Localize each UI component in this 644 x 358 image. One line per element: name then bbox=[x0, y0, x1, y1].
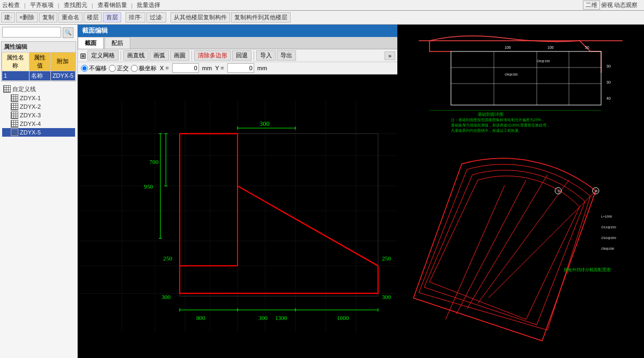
first-floor-button[interactable]: 首层 bbox=[103, 12, 121, 23]
property-title: 属性编辑 bbox=[2, 42, 76, 52]
svg-text:凡基础系列均在图纸中，按减运工程执量。: 凡基础系列均在图纸中，按减运工程执量。 bbox=[451, 129, 522, 133]
toolbar-divider3: | bbox=[92, 2, 93, 9]
filter-button[interactable]: 过滤· bbox=[146, 12, 166, 23]
grid-icon: ⊞ bbox=[80, 51, 86, 60]
svg-text:注：基础剖面图按照国家图集标准绘制允许偏差为25%，: 注：基础剖面图按照国家图集标准绘制允许偏差为25%， bbox=[451, 118, 545, 122]
tree-label-4: ZDYX-4 bbox=[20, 121, 41, 127]
delete-button[interactable]: ×删除 bbox=[16, 12, 38, 23]
divider-3 bbox=[254, 51, 254, 61]
search-input[interactable] bbox=[2, 27, 61, 38]
svg-text:底板外挡排分截面配置图: 底板外挡排分截面配置图 bbox=[564, 267, 611, 272]
tree-label-5: ZDYX-5 bbox=[20, 129, 41, 136]
prop-col-extra: 附加 bbox=[50, 52, 75, 71]
tree-icon-4 bbox=[11, 120, 18, 128]
tree-item-5[interactable]: ZDYX-5 bbox=[2, 128, 75, 137]
y-input[interactable] bbox=[227, 63, 254, 73]
tab-rebar[interactable]: 配筋 bbox=[105, 37, 130, 49]
toolbar-2d[interactable]: 二维 bbox=[583, 1, 600, 10]
tree-label-3: ZDYX-3 bbox=[20, 112, 41, 118]
toolbar-batch-select[interactable]: 批量选择 bbox=[137, 1, 160, 9]
svg-text:300: 300 bbox=[258, 315, 268, 321]
import-button[interactable]: 导入 bbox=[256, 50, 276, 61]
svg-text:300: 300 bbox=[382, 294, 391, 300]
prop-col-name: 属性名称 bbox=[2, 52, 29, 71]
toolbar-find-elem[interactable]: 查找图元 bbox=[64, 1, 87, 9]
tree-label-1: ZDYX-1 bbox=[20, 95, 41, 101]
define-grid-button[interactable]: 定义网格 bbox=[87, 50, 119, 61]
svg-text:1000: 1000 bbox=[337, 315, 349, 321]
radio-polar[interactable]: 极坐标 bbox=[131, 64, 157, 72]
section-toolbar: ⊞ 定义网格 画直线 画弧 画圆 清除多边形 回退 导入 导出 » bbox=[78, 49, 397, 62]
toolbar-cloud-check[interactable]: 云检查 bbox=[2, 1, 20, 9]
radio-polar-input[interactable] bbox=[131, 65, 138, 72]
tree-item-2[interactable]: ZDYX-2 bbox=[2, 102, 75, 111]
svg-text:30: 30 bbox=[606, 80, 611, 84]
tree-item-3[interactable]: ZDYX-3 bbox=[2, 111, 75, 120]
left-panel: 🔍 属性编辑 属性名称 属性值 附加 1 名称 ZDYX-5 bbox=[0, 25, 78, 358]
radio-group-coords: 不偏移 正交 极坐标 bbox=[81, 64, 157, 72]
property-table: 属性名称 属性值 附加 1 名称 ZDYX-5 bbox=[2, 52, 76, 81]
search-button[interactable]: 🔍 bbox=[63, 27, 73, 38]
svg-text:②: ② bbox=[595, 189, 598, 193]
section-canvas[interactable]: 300 700 950 250 300 bbox=[78, 74, 397, 358]
prop-value: ZDYX-5 bbox=[50, 71, 75, 80]
divider-2 bbox=[191, 51, 192, 61]
draw-arc-button[interactable]: 画弧 bbox=[150, 50, 169, 61]
tree-item-1[interactable]: ZDYX-1 bbox=[2, 94, 75, 102]
y-unit: mm bbox=[257, 65, 267, 71]
tree-icon-3 bbox=[11, 111, 18, 119]
radio-orthogonal-input[interactable] bbox=[109, 65, 116, 72]
toolbar-dynamic[interactable]: 动态观察 bbox=[614, 1, 638, 9]
cad-drawing: 基础剖面详图 注：基础剖面图按照国家图集标准绘制允许偏差为25%， 基础板厚为现… bbox=[397, 25, 644, 358]
draw-line-button[interactable]: 画直线 bbox=[123, 50, 149, 61]
prop-row-id: 1 bbox=[2, 71, 29, 80]
prop-row-name[interactable]: 1 名称 ZDYX-5 bbox=[2, 71, 76, 80]
copy-button[interactable]: 复制 bbox=[39, 12, 57, 23]
main-toolbar: 建· ×删除 复制 重命名 楼层 首层 排序· 过滤· 从其他楼层复制构件 复制… bbox=[0, 11, 644, 25]
svg-text:1300: 1300 bbox=[275, 315, 287, 321]
floor-button[interactable]: 楼层 bbox=[84, 12, 102, 23]
rename-button[interactable]: 重命名 bbox=[58, 12, 83, 23]
expand-button[interactable]: » bbox=[384, 51, 395, 60]
build-button[interactable]: 建· bbox=[1, 12, 15, 23]
x-input[interactable] bbox=[172, 63, 199, 73]
toolbar-divider: | bbox=[24, 2, 26, 9]
radio-orthogonal[interactable]: 正交 bbox=[109, 64, 129, 72]
main-content: 🔍 属性编辑 属性名称 属性值 附加 1 名称 ZDYX-5 bbox=[0, 25, 644, 358]
tree-icon-2 bbox=[11, 103, 18, 110]
toolbar-rebar-qty[interactable]: 查看钢筋量 bbox=[98, 1, 127, 9]
section-editor-panel: 截面编辑 截面 配筋 ⊞ 定义网格 画直线 画弧 画圆 清除多边形 回退 导入 … bbox=[78, 25, 397, 358]
tree-item-root[interactable]: 自定义线 bbox=[2, 85, 75, 94]
draw-circle-button[interactable]: 画圆 bbox=[170, 50, 189, 61]
tab-section[interactable]: 截面 bbox=[78, 37, 103, 49]
svg-text:300: 300 bbox=[260, 120, 270, 128]
svg-text:300: 300 bbox=[161, 294, 171, 300]
x-unit: mm bbox=[202, 65, 212, 71]
x-label: X = bbox=[160, 65, 169, 71]
svg-text:30: 30 bbox=[606, 64, 611, 68]
clear-polygon-button[interactable]: 清除多边形 bbox=[194, 50, 231, 61]
tree-item-4[interactable]: ZDYX-4 bbox=[2, 120, 75, 128]
cad-panel[interactable]: 基础剖面详图 注：基础剖面图按照国家图集标准绘制允许偏差为25%， 基础板厚为现… bbox=[397, 25, 644, 358]
svg-text:基础板厚为现场实测值，若误差超过±500,需重新交换处理，: 基础板厚为现场实测值，若误差超过±500,需重新交换处理， bbox=[451, 123, 550, 128]
coord-bar: 不偏移 正交 极坐标 X = mm Y = mm bbox=[78, 62, 397, 74]
svg-text:800: 800 bbox=[196, 315, 205, 321]
sort-button[interactable]: 排序· bbox=[125, 12, 145, 23]
section-tabs: 截面 配筋 bbox=[78, 37, 397, 49]
radio-no-offset[interactable]: 不偏移 bbox=[81, 64, 107, 72]
radio-no-offset-input[interactable] bbox=[81, 65, 88, 72]
tree-list: 自定义线 ZDYX-1 ZDYX-2 ZDYX-3 ZDYX-4 ZDYX-5 bbox=[0, 83, 77, 359]
svg-text:∅12@150: ∅12@150 bbox=[601, 226, 616, 229]
svg-text:∅8@200: ∅8@200 bbox=[505, 73, 518, 76]
copy-from-floor-button[interactable]: 从其他楼层复制构件 bbox=[171, 12, 230, 23]
section-drawing: 300 700 950 250 300 bbox=[78, 74, 397, 358]
toolbar-divider2: | bbox=[58, 2, 60, 9]
svg-text:L=1000: L=1000 bbox=[601, 215, 612, 218]
tree-label-2: ZDYX-2 bbox=[20, 103, 41, 110]
undo-button[interactable]: 回退 bbox=[232, 50, 251, 61]
copy-to-floor-button[interactable]: 复制构件到其他楼层 bbox=[231, 12, 291, 23]
toolbar-flat-slab[interactable]: 平齐板项 bbox=[30, 1, 54, 9]
search-box: 🔍 bbox=[0, 25, 77, 40]
toolbar-top-view[interactable]: 俯视 bbox=[601, 1, 613, 9]
export-button[interactable]: 导出 bbox=[277, 50, 296, 61]
